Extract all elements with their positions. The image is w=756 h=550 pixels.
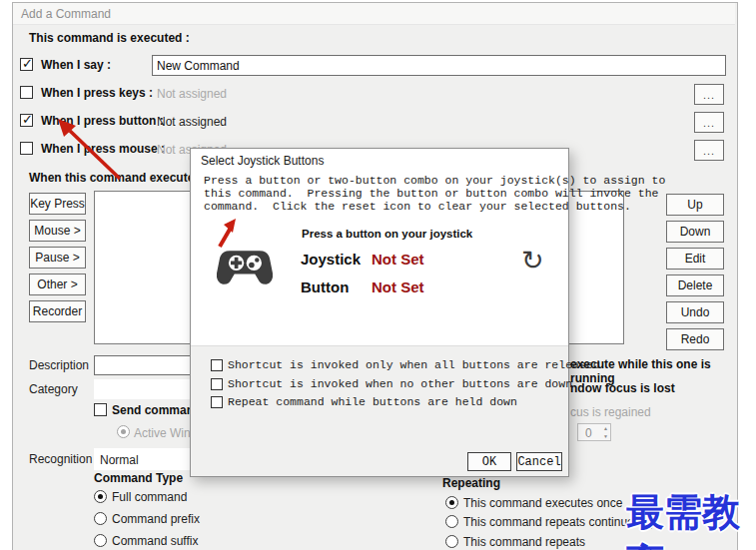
button-value: Not assigned [157, 115, 227, 129]
released-only-label: Shortcut is invoked only when all button… [228, 358, 600, 371]
press-button-prompt: Press a button on your joystick [302, 228, 472, 240]
when-i-say-checkbox[interactable] [20, 58, 33, 71]
spinner-arrows-icon[interactable]: ▲▼ [603, 424, 608, 440]
spinner-value: 0 [585, 426, 592, 440]
focus-regained-text: cus is regained [570, 405, 651, 419]
executed-header: This command is executed : [29, 31, 190, 45]
keys-browse-button[interactable]: ... [694, 84, 724, 105]
pause-menu-button[interactable]: Pause > [29, 247, 86, 269]
full-command-label: Full command [112, 490, 187, 504]
when-i-say-label: When I say : [41, 58, 111, 72]
joystick-label: Joystick [301, 251, 361, 268]
command-suffix-label: Command suffix [112, 534, 198, 548]
when-i-press-button-checkbox[interactable] [20, 114, 33, 127]
no-other-buttons-label: Shortcut is invoked when no other button… [228, 377, 572, 390]
no-other-buttons-checkbox[interactable] [211, 378, 223, 390]
repeats-radio[interactable] [445, 535, 458, 548]
screenshot-stage: Add a Command This command is executed :… [0, 0, 756, 550]
select-joystick-buttons-dialog: Select Joystick Buttons Press a button o… [190, 148, 569, 477]
watermark-text: 最需教育 [626, 487, 756, 550]
recognition-value: Normal [100, 453, 139, 467]
recognition-label: Recognition [29, 452, 92, 466]
cancel-button[interactable]: Cancel [516, 452, 562, 471]
command-name-input[interactable] [152, 55, 726, 76]
released-only-checkbox[interactable] [211, 359, 223, 371]
delay-spinner[interactable]: 0 ▲▼ [577, 423, 611, 441]
undo-button[interactable]: Undo [666, 301, 724, 323]
ok-button[interactable]: OK [467, 452, 511, 471]
joystick-value: Not Set [372, 251, 424, 268]
executes-once-label: This command executes once [463, 496, 622, 510]
repeat-held-checkbox[interactable] [211, 396, 223, 408]
mouse-browse-button[interactable]: ... [694, 140, 724, 161]
redo-button[interactable]: Redo [666, 328, 724, 350]
repeats-continuously-radio[interactable] [445, 515, 458, 528]
executes-once-radio[interactable] [445, 496, 458, 509]
instructions-line2: this command. Pressing the button or but… [204, 187, 658, 200]
command-prefix-radio[interactable] [94, 512, 107, 525]
gamepad-icon [217, 249, 273, 288]
instructions-line3: command. Click the reset icon to clear y… [204, 200, 631, 213]
send-command-checkbox[interactable] [94, 403, 107, 416]
command-type-header: Command Type [94, 471, 183, 485]
down-button[interactable]: Down [666, 221, 724, 243]
red-arrow-annotation [50, 113, 132, 189]
focus-lost-text: ndow focus is lost [570, 381, 675, 395]
red-arrow-annotation-small [212, 216, 242, 252]
window-title: Add a Command [21, 7, 111, 21]
edit-button[interactable]: Edit [666, 248, 724, 270]
when-i-press-keys-label: When I press keys : [41, 86, 153, 100]
button-browse-button[interactable]: ... [694, 112, 724, 133]
instructions-line1: Press a button or two-button combo on yo… [204, 174, 665, 187]
active-window-radio[interactable] [117, 425, 130, 438]
window-titlebar [13, 3, 735, 25]
recorder-button[interactable]: Recorder [29, 300, 86, 322]
full-command-radio[interactable] [94, 490, 107, 503]
keys-value: Not assigned [157, 87, 227, 101]
description-label: Description [29, 358, 89, 372]
command-suffix-radio[interactable] [94, 534, 107, 547]
command-prefix-label: Command prefix [112, 512, 200, 526]
repeat-held-label: Repeat command while buttons are held do… [228, 395, 517, 408]
when-i-press-mouse-checkbox[interactable] [20, 142, 33, 155]
repeating-header: Repeating [442, 476, 500, 490]
delete-button[interactable]: Delete [666, 275, 724, 296]
repeats-label: This command repeats [463, 535, 585, 549]
mouse-menu-button[interactable]: Mouse > [29, 220, 86, 242]
category-label: Category [29, 382, 78, 396]
button-label: Button [301, 278, 349, 295]
reset-icon[interactable]: ↻ [521, 247, 544, 274]
up-button[interactable]: Up [666, 194, 724, 216]
when-i-press-keys-checkbox[interactable] [20, 86, 33, 99]
button-value: Not Set [372, 278, 424, 295]
other-menu-button[interactable]: Other > [29, 274, 86, 295]
dialog-title: Select Joystick Buttons [201, 154, 324, 168]
key-press-button[interactable]: Key Press [29, 193, 86, 215]
